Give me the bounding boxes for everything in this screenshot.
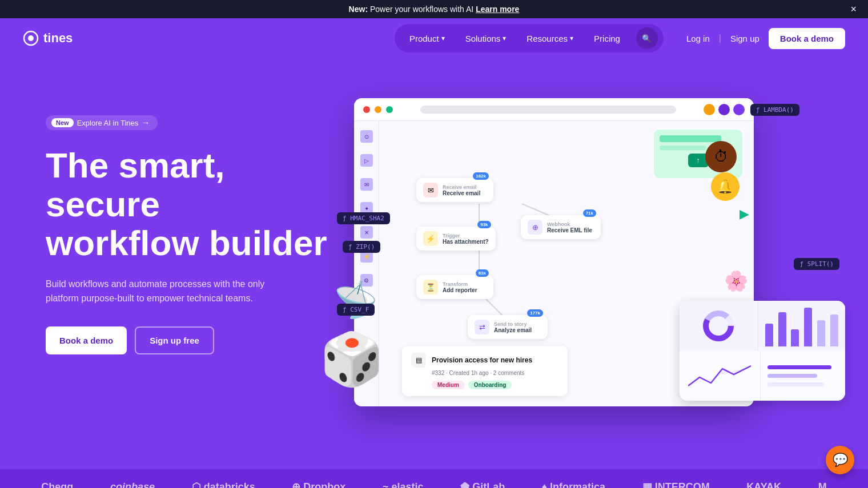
trigger-node-sublabel: Has attachment? — [443, 239, 489, 245]
webhook-node-icon: ⊕ — [528, 220, 542, 235]
sidebar-icon-2: ▷ — [360, 154, 373, 167]
analytics-top — [680, 301, 845, 351]
story-node-badge: 177k — [527, 309, 543, 317]
bar-3 — [791, 329, 799, 346]
announcement-prefix: New: — [349, 5, 368, 14]
provision-card: ▤ Provision access for new hires #332 · … — [402, 346, 568, 396]
node-webhook: ⊕ Webhook Receive EML file 71k — [521, 215, 601, 239]
node-receive-email: ✉ Receive email Receive email 162k — [416, 178, 493, 202]
company-kayak: KAYAK — [746, 481, 781, 489]
hero-section: New Explore AI in Tines → The smart, sec… — [0, 58, 868, 469]
chart-legend — [761, 351, 846, 401]
trigger-node-badge: 93k — [477, 221, 491, 228]
nav-book-demo-button[interactable]: Book a demo — [769, 28, 845, 49]
legend-bar-1 — [767, 365, 831, 369]
email-node-icon: ✉ — [423, 183, 438, 197]
company-databricks: ⬡ databricks — [192, 481, 255, 488]
analytics-card — [680, 301, 845, 401]
story-node-sublabel: Analyze email — [494, 327, 532, 333]
bell-decoration: 🔔 — [711, 172, 740, 201]
nav-item-product[interactable]: Product — [400, 29, 454, 48]
bar-chart — [758, 301, 846, 351]
analytics-bottom — [680, 351, 845, 401]
split-float: ƒ SPLIT() — [794, 258, 839, 270]
announcement-bar: New: Power your workflows with AI Learn … — [0, 0, 868, 18]
company-m: M — [818, 481, 827, 489]
company-intercom: ▦ INTERCOM — [642, 481, 710, 488]
company-chegg: Chegg — [41, 481, 73, 489]
zip-float: ƒ ZIP() — [343, 241, 380, 253]
trigger-node-label: Trigger — [443, 233, 489, 239]
nav-menu: Product Solutions Resources Pricing 🔍 — [395, 24, 664, 53]
provision-tags: Medium Onboarding — [432, 381, 558, 389]
provision-icon: ▤ — [411, 353, 426, 368]
hero-signup-button[interactable]: Sign up free — [135, 326, 214, 354]
navigation: tines Product Solutions Resources Pricin… — [0, 18, 868, 58]
company-dropbox: ⊕ Dropbox — [292, 481, 345, 488]
bar-1 — [765, 324, 773, 346]
transform-node-icon: ⏳ — [423, 280, 438, 295]
workflow-illustration: ƒ LAMBDA() ƒ HMAC_SHA2 ƒ ZIP() ƒ CSV_F ƒ… — [331, 92, 845, 435]
node-story: ⇄ Send to story Analyze email 177k — [468, 315, 548, 339]
webhook-node-badge: 71k — [583, 209, 596, 217]
tag-medium: Medium — [432, 381, 465, 389]
hero-title-line2: workflow builder — [46, 223, 327, 263]
hmac-float: ƒ HMAC_SHA2 — [337, 212, 390, 224]
learn-more-link[interactable]: Learn more — [476, 5, 519, 14]
logo-text: tines — [43, 31, 73, 46]
bar-5 — [817, 320, 825, 346]
email-node-badge: 162k — [473, 172, 489, 180]
sidebar-icon-3: ✉ — [360, 178, 373, 191]
cube-decoration: 🎲 — [320, 329, 384, 389]
webhook-node-sublabel: Receive EML file — [547, 227, 592, 233]
close-announcement-button[interactable]: × — [850, 3, 857, 15]
search-button[interactable]: 🔍 — [636, 27, 658, 49]
bar-2 — [778, 312, 786, 346]
trigger-node-icon: ⚡ — [423, 231, 438, 246]
hero-badge[interactable]: New Explore AI in Tines → — [46, 115, 158, 130]
email-node-sublabel: Receive email — [443, 190, 480, 196]
bar-4 — [804, 308, 812, 346]
line-chart — [680, 351, 761, 401]
trusted-companies-bar: Chegg coinbase ⬡ databricks ⊕ Dropbox ~ … — [0, 469, 868, 488]
transform-node-badge: 83k — [476, 269, 489, 277]
company-gitlab: ⬟ GitLab — [460, 481, 505, 488]
provision-meta: #332 · Created 1h ago · 2 comments — [432, 370, 558, 376]
hero-actions: Book a demo Sign up free — [46, 326, 343, 354]
close-dot — [363, 106, 370, 113]
clock-decoration: ⏱ — [705, 141, 737, 172]
nav-divider: | — [719, 33, 721, 43]
sidebar-icon-5: ✕ — [360, 226, 373, 239]
search-icon: 🔍 — [642, 34, 652, 43]
node-transform: ⏳ Transform Add reporter 83k — [416, 275, 493, 299]
chat-button[interactable]: 💬 — [826, 446, 854, 474]
green-arrow: ▶ — [740, 207, 749, 221]
bar-6 — [830, 314, 838, 346]
hero-content: New Explore AI in Tines → The smart, sec… — [46, 92, 343, 354]
signup-link[interactable]: Sign up — [730, 34, 760, 43]
csv-float: ƒ CSV_F — [337, 304, 375, 316]
node-trigger: ⚡ Trigger Has attachment? 93k — [416, 227, 496, 251]
nav-item-solutions[interactable]: Solutions — [456, 29, 516, 48]
hero-title-line1: The smart, secure — [46, 146, 225, 224]
company-informatica: ♦ Informatica — [542, 481, 605, 489]
hero-subtitle: Build workflows and automate processes w… — [46, 277, 297, 306]
logo-icon — [23, 30, 39, 46]
nav-item-pricing[interactable]: Pricing — [585, 29, 629, 48]
nav-item-resources[interactable]: Resources — [517, 29, 582, 48]
login-link[interactable]: Log in — [686, 34, 710, 43]
minimize-dot — [375, 106, 381, 113]
window-titlebar — [354, 98, 754, 121]
legend-bar-2 — [767, 374, 817, 378]
badge-new-label: New — [51, 118, 74, 127]
hero-book-demo-button[interactable]: Book a demo — [46, 326, 127, 354]
logo[interactable]: tines — [23, 30, 73, 46]
story-node-label: Send to story — [494, 321, 532, 327]
badge-arrow-icon: → — [142, 118, 150, 127]
lambda-float: ƒ LAMBDA() — [750, 104, 799, 116]
webhook-node-label: Webhook — [547, 221, 592, 227]
company-coinbase: coinbase — [110, 481, 155, 489]
tag-onboarding: Onboarding — [468, 381, 512, 389]
email-node-label: Receive email — [443, 184, 480, 190]
announcement-text: Power your workflows with AI — [370, 5, 473, 14]
